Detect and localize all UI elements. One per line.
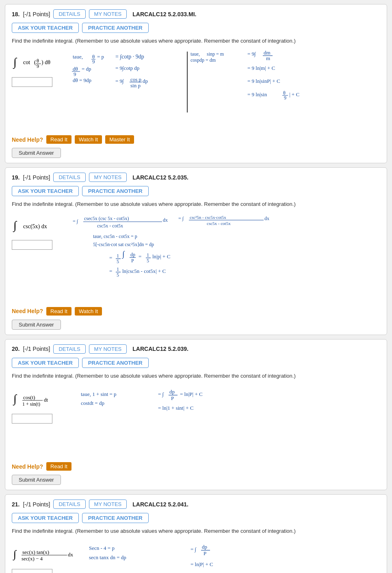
read-it-button-18[interactable]: Read It [46,135,71,144]
action-row-18: ASK YOUR TEACHER PRACTICE ANOTHER [12,23,380,33]
svg-text:9: 9 [37,63,39,69]
action-row-19: ASK YOUR TEACHER PRACTICE ANOTHER [12,186,380,196]
svg-text:dx: dx [163,217,168,223]
svg-text:= 9∫: = 9∫ [115,78,124,84]
svg-text:=: = [109,255,112,261]
svg-text:cospdp = dm: cospdp = dm [191,57,216,63]
instructions-21: Find the indefinite integral. (Remember … [12,528,380,534]
svg-text:sinp = m: sinp = m [207,51,224,57]
ask-teacher-button-20[interactable]: ASK YOUR TEACHER [12,358,79,368]
mynotes-button-21[interactable]: MY NOTES [89,499,127,509]
read-it-button-20[interactable]: Read It [46,462,71,471]
svg-text:P: P [171,395,174,401]
svg-text:= ln|1 + sint| + C: = ln|1 + sint| + C [158,405,194,411]
svg-text:= ln|P| + C: = ln|P| + C [180,391,203,397]
details-button-20[interactable]: DETAILS [53,344,85,354]
svg-text:csc5x - cot5x: csc5x - cot5x [97,223,123,229]
instructions-19: Find the indefinite integral. (Remember … [12,201,380,207]
ask-teacher-button-18[interactable]: ASK YOUR TEACHER [12,23,79,33]
svg-text:) dθ: ) dθ [41,59,50,66]
problem-19: 19. [-/1 Points] DETAILS MY NOTES LARCAL… [5,167,387,335]
svg-text:cot: cot [23,59,30,65]
svg-text:cos p: cos p [130,76,141,82]
svg-text:P: P [131,258,134,264]
svg-text:cos(t): cos(t) [23,394,35,400]
read-it-button-19[interactable]: Read It [46,307,71,316]
formula-area-21: ∫ sec(x) tan(x) sec(x) − 4 dx Secn - 4 =… [12,538,380,573]
svg-text:= 9 ln|m| + C: = 9 ln|m| + C [247,65,275,71]
master-it-button-18[interactable]: Master It [105,135,134,144]
formula-printed-18: ∫ cot ( θ 9 ) dθ [12,50,65,89]
svg-text:= p: = p [97,54,104,60]
svg-text:θ: θ [37,58,39,64]
formula-area-19: ∫ csc(5x) dx = ∫ csec5x (csc 5x - cot5x)… [12,211,380,307]
instructions-18: Find the indefinite integral. (Remember … [12,38,380,44]
details-button-21[interactable]: DETAILS [53,499,85,509]
formula-printed-21: ∫ sec(x) tan(x) sec(x) − 4 dx [12,540,81,573]
problem-18-points: [-/1 Points] [23,11,50,17]
action-row-21: ASK YOUR TEACHER PRACTICE ANOTHER [12,513,380,523]
svg-text:dp: dp [130,252,135,257]
watch-it-button-19[interactable]: Watch It [75,307,102,316]
svg-text:taue,: taue, [191,51,200,57]
svg-text:= 9∫: = 9∫ [247,51,256,57]
formula-printed-20: ∫ cos(t) 1 + sin(t) dt [12,385,73,425]
problem-21-id: LARCALC12 5.2.041. [132,501,188,508]
formula-area-18: ∫ cot ( θ 9 ) dθ taue, θ 9 = p [12,48,380,135]
problem-18-header: 18. [-/1 Points] DETAILS MY NOTES LARCAL… [12,9,380,19]
svg-text:csc²5n - csc5x·cot5x: csc²5n - csc5x·cot5x [190,215,226,220]
svg-text:ln|p| + C: ln|p| + C [152,253,170,259]
mynotes-button-19[interactable]: MY NOTES [89,173,127,182]
submit-button-20[interactable]: Submit Answer [12,475,61,485]
details-button-19[interactable]: DETAILS [53,173,85,182]
problem-20-number: 20. [12,346,19,352]
integral-formula-20-svg: ∫ cos(t) 1 + sin(t) dt [12,388,73,410]
svg-text:dx: dx [264,216,269,221]
problem-21-number: 21. [12,501,19,508]
svg-text:(: ( [34,59,36,66]
problem-18: 18. [-/1 Points] DETAILS MY NOTES LARCAL… [5,4,387,163]
problem-21: 21. [-/1 Points] DETAILS MY NOTES LARCAL… [5,494,387,573]
svg-text:P: P [204,550,206,556]
submit-button-18[interactable]: Submit Answer [12,148,61,158]
practice-another-button-20[interactable]: PRACTICE ANOTHER [82,358,149,368]
practice-another-button-21[interactable]: PRACTICE ANOTHER [82,513,149,523]
handwritten-work-20: taue, 1 + sint = p costdt = dp = ∫ dp P … [73,385,380,461]
svg-text:costdt = dp: costdt = dp [81,400,104,406]
submit-row-18: Submit Answer [12,148,380,158]
svg-text:dm: dm [264,50,271,56]
practice-another-button-18[interactable]: PRACTICE ANOTHER [82,23,149,33]
ask-teacher-button-19[interactable]: ASK YOUR TEACHER [12,186,79,196]
svg-text:1: 1 [117,266,119,272]
mynotes-button-18[interactable]: MY NOTES [89,9,127,19]
ask-teacher-button-21[interactable]: ASK YOUR TEACHER [12,513,79,523]
svg-text:∫: ∫ [121,249,125,259]
problem-19-id: LARCALC12 5.2.035. [132,174,188,181]
details-button-18[interactable]: DETAILS [53,9,85,19]
submit-button-19[interactable]: Submit Answer [12,320,61,330]
problem-18-number: 18. [12,11,19,17]
svg-text:∫: ∫ [13,392,17,406]
integral-formula-21-svg: ∫ sec(x) tan(x) sec(x) − 4 dx [12,543,81,565]
problem-20-id: LARCALC12 5.2.039. [132,346,188,352]
svg-text:=: = [109,268,112,274]
work-svg-20: taue, 1 + sint = p costdt = dp = ∫ dp P … [77,385,329,458]
svg-text:taue,  1 + sint = p: taue, 1 + sint = p [81,391,117,397]
mynotes-button-20[interactable]: MY NOTES [89,344,127,354]
svg-text:1 + sin(t): 1 + sin(t) [22,401,40,407]
svg-text:9: 9 [74,71,76,77]
practice-another-button-19[interactable]: PRACTICE ANOTHER [82,186,149,196]
svg-text:=: = [139,253,141,259]
handwritten-work-21: Secn - 4 = p secn tanx dn = dp = ∫ dp P … [81,540,380,573]
need-help-row-20: Need Help? Read It [12,462,380,471]
svg-text:∫: ∫ [13,219,17,232]
svg-text:= ∫: = ∫ [158,391,165,398]
svg-text:dp: dp [202,544,207,550]
svg-text:= 9 ln|sin: = 9 ln|sin [247,91,267,97]
svg-text:= ∫: = ∫ [73,218,78,224]
svg-text:5: 5 [117,272,119,278]
watch-it-button-18[interactable]: Watch It [75,135,102,144]
problem-21-header: 21. [-/1 Points] DETAILS MY NOTES LARCAL… [12,499,380,509]
work-svg-19: = ∫ csec5x (csc 5x - cot5x) csc5x - cot5… [69,213,345,302]
svg-text:dp: dp [169,389,175,395]
